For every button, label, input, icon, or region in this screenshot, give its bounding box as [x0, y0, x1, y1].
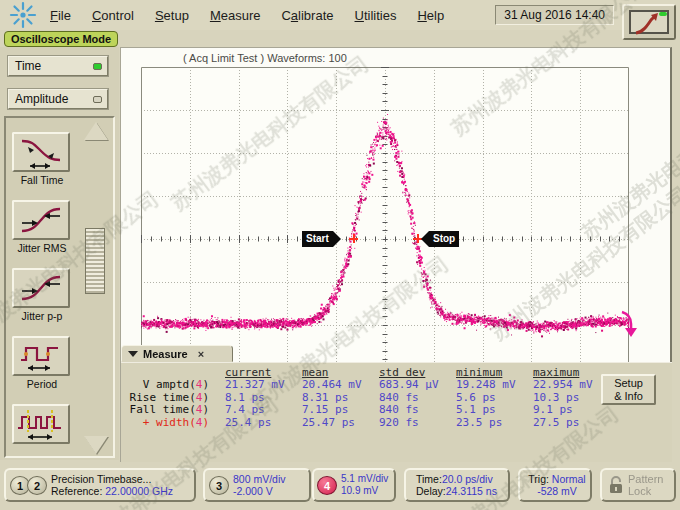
ch4-scale: 5.1 mV/div: [341, 473, 388, 484]
stop-marker-flag[interactable]: Stop: [429, 231, 459, 247]
waveform-canvas: [141, 67, 629, 363]
fall-time-icon: [14, 134, 68, 170]
trig-mode: Normal: [552, 473, 586, 485]
row-label-vamptd: V amptd(4): [125, 378, 209, 390]
row-label-risetime: Rise time(4): [125, 391, 209, 403]
channel-2-badge: 2: [27, 476, 47, 495]
ch3-offset: -2.000 V: [233, 485, 273, 497]
timebase-ref-label: Reference:: [51, 485, 105, 497]
display-mode-button[interactable]: [622, 4, 676, 40]
trigger-status-button[interactable]: Trig: Normal -528 mV: [518, 468, 592, 502]
cell: 920 fs: [363, 416, 440, 428]
cell: 20.464 mV: [286, 378, 363, 390]
cell: 9.1 ps: [517, 403, 594, 415]
cell: 8.31 ps: [286, 391, 363, 403]
mode-label: Oscilloscope Mode: [4, 31, 118, 47]
pattern-lock-button[interactable]: Pattern Lock: [600, 468, 676, 502]
delay-label: Delay:: [416, 485, 446, 497]
close-icon[interactable]: ×: [196, 348, 206, 360]
jitter-pp-button[interactable]: [12, 268, 70, 308]
cell: 25.4 ps: [209, 416, 286, 428]
datetime-display: 31 Aug 2016 14:40: [495, 5, 614, 25]
menubar: File Control Setup Measure Calibrate Uti…: [0, 0, 680, 30]
channel-1-2-badges: 1 2: [10, 476, 47, 495]
menu-utilities[interactable]: Utilities: [355, 8, 397, 23]
measure-tab[interactable]: Measure ×: [121, 345, 233, 362]
source-select-value: Time: [15, 59, 41, 73]
menu-setup[interactable]: Setup: [155, 8, 189, 23]
cell: 8.1 ps: [209, 391, 286, 403]
cell: 7.15 ps: [286, 403, 363, 415]
cell: 27.5 ps: [517, 416, 594, 428]
measure-panel: current mean std dev minimum maximum V a…: [121, 362, 672, 462]
source-select[interactable]: Time: [8, 56, 108, 76]
col-header-maximum: maximum: [517, 366, 594, 378]
pattern-lock-line1: Pattern: [628, 473, 663, 485]
menu-items: File Control Setup Measure Calibrate Uti…: [50, 8, 444, 23]
jitter-rms-button[interactable]: [12, 200, 70, 240]
sidebar-scrollbar[interactable]: [82, 120, 110, 456]
setup-info-line2: & Info: [603, 390, 654, 403]
time-value: 20.0 ps/div: [442, 473, 493, 485]
category-select-value: Amplitude: [15, 92, 68, 106]
period-label: Period: [6, 378, 78, 390]
source-led: [93, 63, 102, 70]
ground-level-arrow-icon: [619, 309, 639, 339]
cell: 22.954 mV: [517, 378, 594, 390]
cell: 10.3 ps: [517, 391, 594, 403]
cell: 23.5 ps: [440, 416, 517, 428]
agilent-logo-icon: [8, 1, 38, 29]
lock-icon: [608, 475, 624, 495]
menu-measure[interactable]: Measure: [210, 8, 261, 23]
row-label-pluswidth: + width(4): [125, 416, 209, 428]
category-select[interactable]: Amplitude: [8, 89, 108, 109]
start-marker-flag[interactable]: Start: [302, 231, 333, 247]
start-point-marker[interactable]: [349, 234, 358, 243]
display-mode-led: [659, 12, 667, 16]
time-label: Time:: [416, 473, 442, 485]
jitter-rms-label: Jitter RMS: [6, 242, 78, 254]
timebase-ref-value: 22.00000 GHz: [105, 485, 173, 497]
period-button[interactable]: [12, 336, 70, 376]
cell: 25.47 ps: [286, 416, 363, 428]
menu-calibrate[interactable]: Calibrate: [281, 8, 333, 23]
menu-help[interactable]: Help: [417, 8, 444, 23]
cell: 5.6 ps: [440, 391, 517, 403]
oscilloscope-screen: File Control Setup Measure Calibrate Uti…: [0, 0, 680, 510]
scroll-up-icon[interactable]: [84, 122, 108, 140]
jitter-rms-icon: [14, 202, 68, 238]
col-header-current: current: [209, 366, 286, 378]
menu-file[interactable]: File: [50, 8, 71, 23]
fall-time-button[interactable]: [12, 132, 70, 172]
channel-3-badge: 3: [209, 476, 229, 495]
measure-table: current mean std dev minimum maximum V a…: [125, 366, 594, 428]
cell: 5.1 ps: [440, 403, 517, 415]
collapse-triangle-icon[interactable]: [128, 351, 138, 357]
menu-control[interactable]: Control: [92, 8, 134, 23]
measurement-buttons-panel: Fall Time Jitter RMS Jitter p-p: [4, 116, 115, 458]
ch3-scale: 800 mV/div: [233, 473, 286, 485]
category-led: [93, 96, 102, 103]
trig-label: Trig:: [528, 473, 552, 485]
pattern-measure-button[interactable]: [12, 404, 70, 444]
channel-3-status-button[interactable]: 3 800 mV/div -2.000 V: [203, 468, 311, 502]
col-header-minimum: minimum: [440, 366, 517, 378]
period-icon: [14, 338, 68, 374]
sidebar: Time Amplitude Fall Time: [0, 47, 119, 460]
delay-value: 24.3115 ns: [446, 485, 497, 497]
scrollbar-thumb[interactable]: [85, 228, 105, 294]
jitter-pp-label: Jitter p-p: [6, 310, 78, 322]
cell: 840 fs: [363, 391, 440, 403]
setup-info-line1: Setup: [603, 377, 654, 390]
setup-info-button[interactable]: Setup & Info: [601, 374, 656, 405]
pattern-waveform-icon: [14, 406, 68, 442]
channel-4-status-button[interactable]: 4 5.1 mV/div 10.9 mV: [312, 468, 396, 502]
timebase-status-button[interactable]: 1 2 Precision Timebase... Reference: 22.…: [4, 468, 196, 502]
scroll-down-icon[interactable]: [84, 436, 108, 454]
cell: 7.4 ps: [209, 403, 286, 415]
ch4-offset: 10.9 mV: [341, 485, 378, 496]
time-status-button[interactable]: Time:20.0 ps/div Delay:24.3115 ns: [404, 468, 510, 502]
pattern-lock-line2: Lock: [628, 485, 651, 497]
fall-time-label: Fall Time: [6, 174, 78, 186]
cell: 840 fs: [363, 403, 440, 415]
